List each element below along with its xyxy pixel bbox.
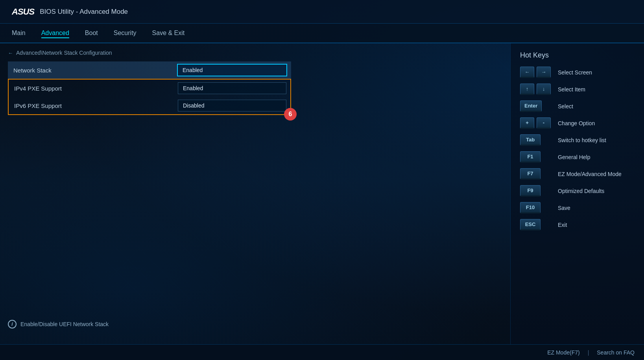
value-box-network-stack: Enabled [177,64,287,76]
nav-security[interactable]: Security [114,28,137,38]
setting-label-ipv6: IPv6 PXE Support [9,98,174,113]
key-esc[interactable]: ESC [520,219,541,230]
nav-boot[interactable]: Boot [85,28,98,38]
step-badge: 6 [284,108,297,121]
bios-title: BIOS Utility - Advanced Mode [40,8,128,16]
breadcrumb-path: Advanced\Network Stack Configuration [16,50,112,56]
hotkey-label-f10: Save [558,205,570,211]
key-right-arrow[interactable]: → [537,67,551,78]
search-faq-label[interactable]: Search on FAQ [597,349,635,356]
value-box-ipv4: Enabled [178,82,286,94]
bottom-divider: | [588,349,589,356]
key-up-arrow[interactable]: ↑ [520,84,534,95]
main-layout: ← Advanced\Network Stack Configuration N… [0,43,644,344]
value-box-ipv6: Disabled [178,100,286,111]
hotkey-keys-item: ↑ ↓ [520,84,552,95]
info-icon: i [8,320,17,328]
key-minus[interactable]: - [537,117,551,129]
key-f9[interactable]: F9 [520,185,541,197]
ez-mode-label[interactable]: EZ Mode(F7) [547,349,579,356]
setting-row-ipv6[interactable]: IPv6 PXE Support Disabled [9,97,290,114]
key-left-arrow[interactable]: ← [520,67,534,78]
key-enter[interactable]: Enter [520,100,542,112]
setting-row-network-stack[interactable]: Network Stack Enabled [8,61,291,79]
hotkey-keys-f9: F9 [520,185,552,197]
hotkey-label-f7: EZ Mode/Advanced Mode [558,171,622,177]
hotkey-select-screen: ← → Select Screen [520,67,635,78]
orange-section: IPv4 PXE Support Enabled IPv6 PXE Suppor… [8,79,291,115]
bios-header: ASUS BIOS Utility - Advanced Mode [0,0,644,24]
hotkey-keys-screen: ← → [520,67,552,78]
key-f7[interactable]: F7 [520,168,541,180]
hotkey-keys-tab: Tab [520,134,552,146]
hotkey-keys-change: + - [520,117,552,129]
hotkey-label-select-item: Select Item [558,86,585,93]
hotkey-keys-enter: Enter [520,100,552,112]
setting-label-ipv4: IPv4 PXE Support [9,81,174,96]
hotkey-label-esc: Exit [558,222,567,228]
logo-area: ASUS BIOS Utility - Advanced Mode [12,7,128,17]
bottom-bar: EZ Mode(F7) | Search on FAQ [0,344,644,360]
hotkey-f10: F10 Save [520,202,635,213]
hotkey-f1: F1 General Help [520,151,635,163]
nav-main[interactable]: Main [12,28,26,38]
hotkey-keys-f1: F1 [520,151,552,163]
hotkey-keys-f10: F10 [520,202,552,213]
setting-value-ipv4: Enabled [174,80,290,96]
navbar: Main Advanced Boot Security Save & Exit [0,24,644,43]
hotkey-label-tab: Switch to hotkey list [558,137,606,143]
hotkey-select-item: ↑ ↓ Select Item [520,84,635,95]
key-f10[interactable]: F10 [520,202,541,213]
hotkey-label-f9: Optimized Defaults [558,188,604,194]
key-tab[interactable]: Tab [520,134,541,146]
breadcrumb: ← Advanced\Network Stack Configuration [8,50,502,56]
hotkey-esc: ESC Exit [520,219,635,230]
nav-save-exit[interactable]: Save & Exit [152,28,185,38]
key-down-arrow[interactable]: ↓ [537,84,551,95]
hotkey-tab: Tab Switch to hotkey list [520,134,635,146]
setting-value-ipv6: Disabled [174,97,290,114]
content-area: ← Advanced\Network Stack Configuration N… [0,43,510,344]
back-arrow-icon[interactable]: ← [8,50,13,56]
right-panel: Hot Keys ← → Select Screen ↑ ↓ Select It… [510,43,644,344]
hotkey-label-select-screen: Select Screen [558,69,592,76]
hotkeys-title: Hot Keys [520,51,635,59]
hotkey-label-select: Select [558,103,573,109]
hotkey-label-change-option: Change Option [558,120,595,126]
asus-logo: ASUS [12,7,34,17]
hotkey-select: Enter Select [520,100,635,112]
hotkey-f7: F7 EZ Mode/Advanced Mode [520,168,635,180]
hotkey-change-option: + - Change Option [520,117,635,129]
hotkey-label-f1: General Help [558,154,590,160]
setting-value-network-stack: Enabled [173,61,291,79]
key-plus[interactable]: + [520,117,534,129]
settings-table: Network Stack Enabled IPv4 PXE Support E… [8,61,291,115]
key-f1[interactable]: F1 [520,151,541,163]
info-text: Enable/Disable UEFI Network Stack [20,321,109,327]
hotkey-keys-esc: ESC [520,219,552,230]
setting-row-ipv4[interactable]: IPv4 PXE Support Enabled [9,80,290,97]
hotkey-f9: F9 Optimized Defaults [520,185,635,197]
setting-label-network-stack: Network Stack [8,63,173,78]
info-bar: i Enable/Disable UEFI Network Stack [8,320,109,328]
hotkey-keys-f7: F7 [520,168,552,180]
nav-advanced[interactable]: Advanced [41,28,69,38]
